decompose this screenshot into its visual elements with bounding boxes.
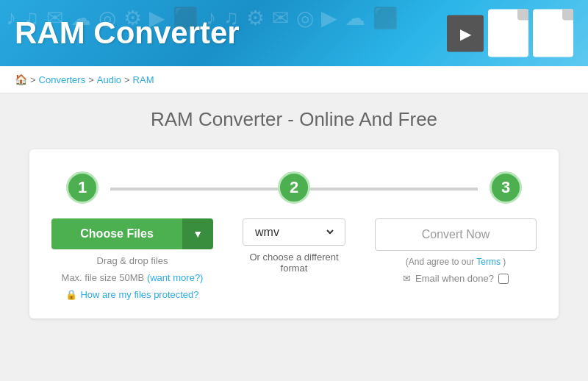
- step-2-circle: 2: [278, 171, 310, 204]
- breadcrumb-separator-2: >: [88, 74, 94, 85]
- choose-format-line2: format: [281, 263, 308, 274]
- step-3-circle: 3: [490, 171, 522, 204]
- lock-icon: 🔒: [65, 289, 77, 300]
- agree-text: (And agree to our Terms ): [406, 257, 506, 267]
- col-choose-files: Choose Files ▼ Drag & drop files Max. fi…: [51, 218, 213, 300]
- choose-format-text: Or choose a different format: [249, 252, 338, 274]
- file-icon-1: [488, 10, 528, 57]
- page-brand-title: RAM Converter: [15, 15, 240, 51]
- converter-card: 1 2 3 Choose Files ▼ Drag & drop files M…: [29, 149, 559, 318]
- choose-files-main-button[interactable]: Choose Files: [51, 218, 182, 249]
- choose-format-line1: Or choose a different: [249, 252, 338, 263]
- choose-files-button-group[interactable]: Choose Files ▼: [51, 218, 213, 249]
- steps-row: 1 2 3: [51, 171, 537, 204]
- want-more-link[interactable]: (want more?): [147, 272, 204, 283]
- breadcrumb-separator-1: >: [30, 74, 36, 85]
- email-checkbox[interactable]: [498, 274, 509, 284]
- home-icon[interactable]: 🏠: [15, 74, 27, 85]
- email-row: ✉ Email when done?: [403, 273, 509, 284]
- file-icon-2: [533, 10, 573, 57]
- col-convert: Convert Now (And agree to our Terms ) ✉ …: [375, 218, 537, 284]
- breadcrumb: 🏠 > Converters > Audio > RAM: [0, 66, 588, 93]
- play-icon: ▶: [447, 15, 484, 51]
- choose-files-dropdown-button[interactable]: ▼: [182, 218, 213, 249]
- email-label: Email when done?: [415, 273, 494, 284]
- protected-label: How are my files protected?: [80, 289, 198, 300]
- breadcrumb-audio[interactable]: Audio: [97, 74, 121, 85]
- terms-link[interactable]: Terms: [476, 257, 501, 267]
- breadcrumb-converters[interactable]: Converters: [39, 74, 86, 85]
- step-3-wrapper: 3: [490, 171, 522, 204]
- drag-drop-text: Drag & drop files: [97, 255, 168, 266]
- header: ♪♫✉☁ ◎⚙▶⬛ ♪♫⚙✉ ◎▶☁⬛ RAM Converter ▶: [0, 0, 588, 66]
- page-title: RAM Converter - Online And Free: [29, 108, 559, 131]
- breadcrumb-current: RAM: [133, 74, 154, 85]
- step-1-circle: 1: [66, 171, 98, 204]
- convert-now-button[interactable]: Convert Now: [375, 218, 537, 251]
- step-1-wrapper: 1: [66, 171, 98, 204]
- protected-files-link[interactable]: 🔒 How are my files protected?: [65, 289, 198, 300]
- header-file-icons: ▶: [447, 10, 573, 57]
- actions-row: Choose Files ▼ Drag & drop files Max. fi…: [51, 218, 537, 300]
- step-2-wrapper: 2: [278, 171, 310, 204]
- format-select[interactable]: wmv mp4 mp3 avi mov flv: [252, 225, 336, 239]
- agree-prefix: (And agree to our: [406, 257, 474, 267]
- agree-suffix: ): [503, 257, 506, 267]
- main-content: RAM Converter - Online And Free 1 2 3 Ch…: [0, 93, 588, 341]
- max-size-text: Max. file size 50MB (want more?): [62, 272, 204, 283]
- format-select-wrapper[interactable]: wmv mp4 mp3 avi mov flv: [243, 218, 345, 246]
- envelope-icon: ✉: [403, 273, 411, 284]
- col-format: wmv mp4 mp3 avi mov flv Or choose a diff…: [228, 218, 360, 274]
- max-size-label: Max. file size 50MB: [62, 272, 145, 283]
- breadcrumb-separator-3: >: [124, 74, 130, 85]
